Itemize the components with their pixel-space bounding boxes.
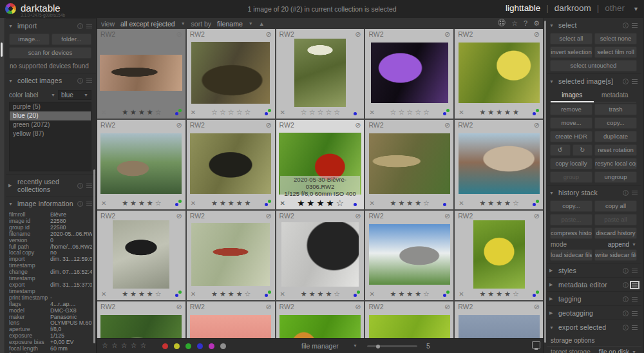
reset-icon[interactable]: i	[623, 296, 629, 302]
chevron-down-icon[interactable]: ▼	[84, 93, 88, 97]
photo-pink-sky-volcano[interactable]	[190, 315, 271, 338]
photo-alpine-landscape[interactable]	[369, 224, 450, 285]
write-sidecar-button[interactable]: write sidecar files	[594, 249, 637, 261]
photo-yellow-orchid[interactable]	[473, 220, 525, 289]
photo-black-bird-flying[interactable]	[113, 220, 169, 289]
reject-icon[interactable]: ✕	[459, 291, 468, 298]
import-folder-button[interactable]: folder...	[52, 33, 92, 45]
photo-mountain-chalet[interactable]	[100, 133, 182, 194]
reject-icon[interactable]: ✕	[101, 109, 110, 116]
star-rating[interactable]: ☆☆☆☆☆	[378, 108, 443, 117]
chevron-down-icon[interactable]: ▼	[353, 343, 357, 348]
thumbnail-garden-sculpture[interactable]: RW2⊘✕☆☆☆☆☆	[187, 29, 275, 119]
photo-cat-closeup[interactable]	[281, 222, 359, 287]
photo-fritillary-butterfly[interactable]	[279, 315, 361, 338]
tab-metadata[interactable]: metadata	[594, 90, 637, 102]
history-copy-all-button[interactable]: copy all	[594, 200, 637, 212]
scan-for-devices-button[interactable]: scan for devices	[9, 47, 91, 59]
collect-rule-field[interactable]: color label	[9, 91, 48, 99]
overlays-icon[interactable]: ☆	[511, 19, 518, 28]
photo-duck-on-water[interactable]	[190, 133, 271, 194]
rotate-ccw-button[interactable]: ↺	[550, 144, 571, 156]
trash-button[interactable]: trash	[594, 104, 637, 115]
reject-icon[interactable]: ✕	[280, 291, 289, 298]
collapse-arrow-icon[interactable]: ▼	[8, 24, 15, 28]
reject-icon[interactable]: ✕	[459, 200, 468, 207]
discard-history-button[interactable]: discard history	[594, 227, 637, 239]
select-none-button[interactable]: select none	[594, 33, 637, 44]
module-header-recent-collections[interactable]: ▶ recently used collections i	[6, 174, 96, 196]
reset-icon[interactable]: i	[623, 79, 629, 84]
reset-icon[interactable]: i	[623, 190, 629, 196]
reject-icon[interactable]: ✕	[280, 200, 289, 207]
star-rating[interactable]: ★★★★★	[200, 199, 265, 207]
compress-history-button[interactable]: compress history	[550, 227, 592, 239]
reject-icon[interactable]: ✕	[191, 200, 200, 207]
history-copy-button[interactable]: copy...	[550, 200, 592, 212]
import-image-button[interactable]: image...	[9, 33, 50, 45]
history-paste-all-button[interactable]: paste all	[594, 214, 637, 225]
presets-menu-icon[interactable]	[86, 184, 92, 188]
collect-rule-value-dropdown[interactable]: blue ▼	[58, 90, 91, 100]
collapse-arrow-icon[interactable]: ▶	[549, 268, 556, 273]
module-header-history-stack[interactable]: ▼ history stack i	[547, 185, 641, 199]
photo-eagle-over-cliff[interactable]	[100, 55, 182, 91]
copy-locally-button[interactable]: copy locally	[550, 158, 592, 169]
thumbnail-dragonfly-on-branch[interactable]: RW2⊘✕★★★★☆	[187, 211, 275, 300]
reject-icon[interactable]: ✕	[369, 200, 378, 207]
select-untouched-button[interactable]: select untouched	[550, 60, 637, 72]
star-rating[interactable]: ☆☆☆☆☆	[289, 108, 354, 117]
presets-menu-icon[interactable]	[632, 283, 638, 287]
help-icon[interactable]: ?	[524, 19, 527, 27]
reject-icon[interactable]: ✕	[280, 109, 289, 116]
collect-item[interactable]: purple (5)	[10, 102, 91, 111]
star-rating[interactable]: ☆☆☆☆☆	[200, 108, 265, 117]
move-button[interactable]: move...	[550, 117, 592, 129]
star-rating[interactable]: ★★★★☆	[289, 198, 354, 208]
reject-icon[interactable]: ✕	[459, 109, 468, 116]
layout-mode-dropdown[interactable]: file manager	[301, 342, 339, 350]
module-header-export-selected[interactable]: ▼ export selected i	[547, 320, 641, 334]
module-header-import[interactable]: ▼ import i	[6, 18, 96, 32]
thumbnail-fritillary-butterfly[interactable]: RW2⊘✕☆☆☆☆☆	[276, 301, 365, 338]
filter-color-dot[interactable]	[185, 343, 191, 349]
filter-color-dot[interactable]	[162, 343, 168, 349]
presets-menu-icon[interactable]	[632, 191, 638, 195]
left-panel-resize-handle[interactable]	[0, 18, 5, 353]
view-darkroom[interactable]: darkroom	[554, 3, 591, 13]
thumbnail-pink-blossoms[interactable]: RW2⊘✕☆☆☆☆☆	[455, 301, 543, 338]
reset-icon[interactable]: i	[623, 23, 629, 28]
photo-thistle-flower[interactable]	[369, 315, 450, 338]
thumbnail-rocky-coast[interactable]: RW2⊘✕★★★★☆	[455, 120, 543, 209]
resync-local-copy-button[interactable]: resync local copy	[594, 158, 637, 169]
presets-menu-icon[interactable]	[632, 23, 638, 28]
collect-item[interactable]: blue (20)	[10, 111, 91, 120]
star-rating[interactable]: ★★★★☆	[468, 290, 533, 298]
star-rating[interactable]: ★★★★☆	[110, 108, 175, 117]
presets-menu-icon[interactable]	[86, 202, 92, 206]
collapse-arrow-icon[interactable]: ▼	[8, 202, 15, 206]
collapse-arrow-icon[interactable]: ▶	[549, 296, 556, 301]
star-rating[interactable]: ★★★★☆	[289, 290, 354, 298]
thumbnail-duck-on-water[interactable]: RW2⊘✕★★★★★	[187, 120, 275, 209]
collapse-arrow-icon[interactable]: ▼	[549, 79, 556, 84]
photo-garden-sculpture[interactable]	[191, 42, 270, 104]
photo-pink-blossoms[interactable]	[459, 315, 540, 338]
filter-color-dot[interactable]	[197, 343, 203, 349]
thumbnail-red-beetle-on-leaf[interactable]: RW2⊘✕★★★★☆2020-05-30-Bièvre-0306.RW21/12…	[276, 120, 365, 209]
thumbnail-garden-plants[interactable]: RW2⊘✕☆☆☆☆☆	[276, 29, 365, 119]
chevron-down-icon[interactable]: ▼	[51, 93, 55, 97]
reset-icon[interactable]: i	[623, 282, 629, 288]
view-other[interactable]: other	[605, 3, 625, 13]
collect-item[interactable]: yellow (87)	[10, 129, 91, 138]
create-hdr-button[interactable]: create HDR	[550, 131, 592, 142]
history-paste-button[interactable]: paste...	[550, 214, 592, 225]
reset-icon[interactable]: i	[77, 183, 83, 189]
thumbnail-mountain-chalet[interactable]: RW2⊘✕★★★★☆	[97, 120, 185, 209]
preferences-gear-icon[interactable]: ⚙	[533, 19, 540, 28]
photo-amethyst-crystal[interactable]	[371, 43, 448, 103]
module-header-select[interactable]: ▼ select i	[547, 18, 641, 32]
star-rating[interactable]: ★★★★☆	[110, 290, 175, 298]
presets-menu-icon[interactable]	[86, 79, 92, 83]
load-sidecar-button[interactable]: load sidecar file...	[550, 249, 592, 261]
